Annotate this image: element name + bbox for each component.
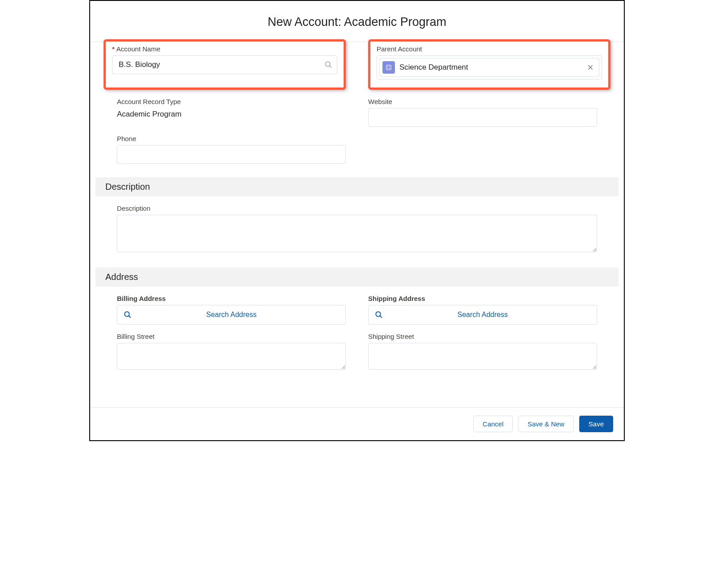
billing-address-label: Billing Address xyxy=(117,295,346,302)
svg-line-1 xyxy=(329,66,332,68)
search-icon xyxy=(124,311,132,319)
svg-rect-2 xyxy=(386,65,391,70)
svg-point-11 xyxy=(376,312,381,317)
svg-rect-4 xyxy=(389,66,390,67)
search-icon xyxy=(375,311,383,319)
close-icon xyxy=(587,64,594,71)
website-input[interactable] xyxy=(368,108,597,127)
description-textarea[interactable] xyxy=(117,215,597,252)
record-type-value: Academic Program xyxy=(117,110,346,119)
account-name-input[interactable] xyxy=(119,60,320,69)
shipping-address-label: Shipping Address xyxy=(368,295,597,302)
account-icon xyxy=(382,61,395,74)
billing-street-input[interactable] xyxy=(117,343,346,370)
parent-account-pill: Science Department xyxy=(379,58,599,77)
phone-input[interactable] xyxy=(117,145,346,164)
remove-parent-account-button[interactable] xyxy=(586,63,594,71)
svg-rect-3 xyxy=(387,66,388,67)
shipping-street-input[interactable] xyxy=(368,343,597,370)
svg-rect-6 xyxy=(389,68,390,69)
website-field: Website xyxy=(368,98,597,127)
cancel-button[interactable]: Cancel xyxy=(473,416,513,432)
account-name-label: * Account Name xyxy=(112,45,337,53)
modal-title: New Account: Academic Program xyxy=(99,15,615,29)
svg-point-0 xyxy=(325,62,330,67)
parent-account-selected: Science Department xyxy=(399,63,582,72)
account-name-highlight: * Account Name xyxy=(104,39,346,90)
parent-account-label: Parent Account xyxy=(377,45,602,53)
shipping-search-address-button[interactable]: Search Address xyxy=(368,305,597,325)
record-type-field: Account Record Type Academic Program xyxy=(117,98,346,127)
address-section-header: Address xyxy=(95,267,619,287)
parent-account-lookup[interactable]: Science Department xyxy=(377,55,602,79)
search-icon xyxy=(324,61,332,69)
phone-field: Phone xyxy=(117,135,346,164)
svg-rect-5 xyxy=(387,68,388,69)
svg-line-10 xyxy=(129,316,131,318)
website-label: Website xyxy=(368,98,597,105)
record-type-label: Account Record Type xyxy=(117,98,346,105)
required-indicator: * xyxy=(112,45,115,53)
description-label: Description xyxy=(117,204,597,212)
svg-line-12 xyxy=(380,316,382,318)
parent-account-highlight: Parent Account Science Department xyxy=(368,39,610,90)
billing-search-address-button[interactable]: Search Address xyxy=(117,305,346,325)
shipping-street-label: Shipping Street xyxy=(368,333,597,340)
modal-header: New Account: Academic Program xyxy=(90,1,624,42)
phone-label: Phone xyxy=(117,135,346,142)
description-section-header: Description xyxy=(95,177,619,196)
modal-scroll-area[interactable]: New Account: Academic Program * Account … xyxy=(90,1,624,407)
svg-point-9 xyxy=(125,312,129,317)
save-and-new-button[interactable]: Save & New xyxy=(518,416,574,432)
modal-footer: Cancel Save & New Save xyxy=(90,407,624,440)
billing-street-label: Billing Street xyxy=(117,333,346,340)
account-name-input-wrapper[interactable] xyxy=(112,55,337,74)
save-button[interactable]: Save xyxy=(579,416,613,432)
